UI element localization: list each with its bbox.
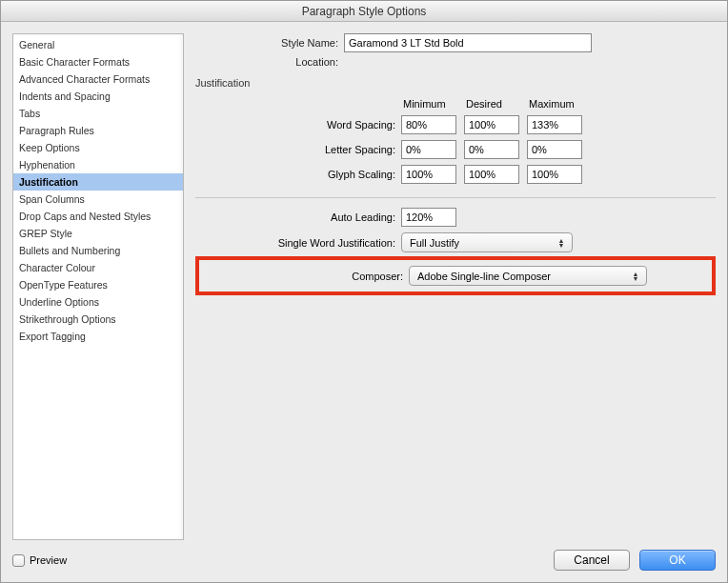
preview-label: Preview — [30, 554, 67, 566]
dialog-body: GeneralBasic Character FormatsAdvanced C… — [1, 22, 727, 582]
section-heading: Justification — [195, 77, 716, 89]
single-word-select[interactable]: Full Justify ▲▼ — [401, 232, 573, 252]
header-rows: Style Name: Location: — [195, 33, 716, 68]
sidebar-item[interactable]: Drop Caps and Nested Styles — [13, 208, 183, 225]
auto-leading-input[interactable] — [401, 208, 456, 227]
sidebar-item[interactable]: Paragraph Rules — [13, 122, 183, 139]
titlebar: Paragraph Style Options — [1, 1, 727, 22]
upper-area: GeneralBasic Character FormatsAdvanced C… — [12, 33, 716, 540]
separator — [195, 197, 716, 198]
composer-highlight: Composer: Adobe Single-line Composer ▲▼ — [195, 256, 716, 295]
sidebar-item[interactable]: Tabs — [13, 105, 183, 122]
sidebar-item[interactable]: GREP Style — [13, 225, 183, 242]
button-group: Cancel OK — [554, 550, 716, 571]
window-title: Paragraph Style Options — [302, 5, 427, 18]
style-name-input[interactable] — [344, 33, 592, 52]
col-min: Minimum — [401, 98, 458, 110]
glyph-scaling-label: Glyph Scaling: — [195, 169, 395, 180]
category-sidebar[interactable]: GeneralBasic Character FormatsAdvanced C… — [12, 33, 184, 540]
word-spacing-min[interactable] — [401, 115, 456, 134]
word-spacing-max[interactable] — [527, 115, 582, 134]
composer-label: Composer: — [203, 271, 403, 282]
sidebar-item[interactable]: Justification — [13, 173, 183, 191]
composer-select[interactable]: Adobe Single-line Composer ▲▼ — [409, 266, 647, 286]
sidebar-item[interactable]: Span Columns — [13, 191, 183, 208]
sidebar-item[interactable]: Export Tagging — [13, 328, 183, 345]
sidebar-item[interactable]: General — [13, 36, 183, 53]
location-label: Location: — [195, 56, 338, 68]
footer: Preview Cancel OK — [12, 540, 716, 571]
spacing-grid: Minimum Desired Maximum Word Spacing: Le… — [195, 98, 716, 184]
sidebar-item[interactable]: Strikethrough Options — [13, 311, 183, 328]
updown-icon: ▲▼ — [555, 238, 568, 248]
composer-value: Adobe Single-line Composer — [417, 271, 551, 282]
single-word-label: Single Word Justification: — [195, 237, 395, 249]
glyph-scaling-des[interactable] — [464, 165, 519, 184]
sidebar-item[interactable]: Bullets and Numbering — [13, 242, 183, 259]
single-word-value: Full Justify — [410, 237, 459, 249]
glyph-scaling-min[interactable] — [401, 165, 456, 184]
sidebar-item[interactable]: OpenType Features — [13, 276, 183, 293]
main-panel: Style Name: Location: Justification Mini… — [195, 33, 716, 540]
updown-icon: ▲▼ — [629, 271, 642, 281]
col-des: Desired — [464, 98, 521, 110]
sidebar-item[interactable]: Hyphenation — [13, 156, 183, 173]
sidebar-item[interactable]: Advanced Character Formats — [13, 70, 183, 88]
preview-checkbox-wrap[interactable]: Preview — [12, 554, 67, 567]
sidebar-item[interactable]: Character Colour — [13, 259, 183, 276]
letter-spacing-max[interactable] — [527, 140, 582, 159]
letter-spacing-label: Letter Spacing: — [195, 144, 395, 155]
cancel-button[interactable]: Cancel — [554, 550, 630, 571]
letter-spacing-des[interactable] — [464, 140, 519, 159]
sidebar-item[interactable]: Underline Options — [13, 293, 183, 311]
style-name-label: Style Name: — [195, 37, 338, 49]
letter-spacing-min[interactable] — [401, 140, 456, 159]
sidebar-item[interactable]: Basic Character Formats — [13, 53, 183, 70]
word-spacing-label: Word Spacing: — [195, 119, 395, 131]
word-spacing-des[interactable] — [464, 115, 519, 134]
auto-leading-label: Auto Leading: — [195, 211, 395, 223]
glyph-scaling-max[interactable] — [527, 165, 582, 184]
col-max: Maximum — [527, 98, 584, 110]
ok-button[interactable]: OK — [639, 550, 716, 571]
preview-checkbox[interactable] — [12, 554, 25, 567]
sidebar-item[interactable]: Indents and Spacing — [13, 88, 183, 105]
dialog-window: Paragraph Style Options GeneralBasic Cha… — [0, 0, 728, 583]
sidebar-item[interactable]: Keep Options — [13, 139, 183, 156]
